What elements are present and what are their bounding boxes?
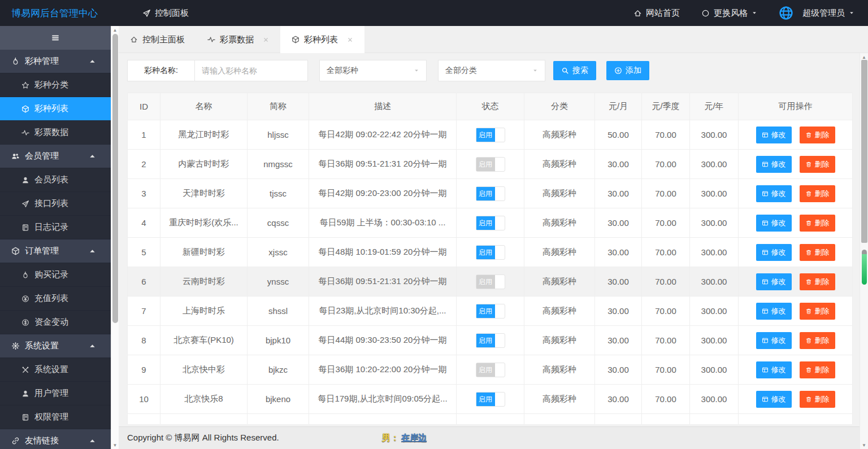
cell-price-month: 30.00 (595, 297, 642, 326)
search-button[interactable]: 搜索 (553, 61, 596, 80)
sidebar-item-0-1[interactable]: 彩种列表 (0, 97, 111, 121)
app-title: 博易网后台管理中心 (0, 7, 111, 20)
modify-button[interactable]: 修改 (756, 273, 792, 290)
cell-price-year: 300.00 (690, 150, 739, 179)
scroll-down-icon[interactable]: ▼ (111, 441, 119, 449)
delete-button[interactable]: 删除 (800, 127, 835, 143)
cell-abbr: xjssc (248, 238, 309, 267)
sidebar-item-3-0[interactable]: 系统设置 (0, 358, 111, 382)
sidebar-scrollbar[interactable]: ▲ ▼ (111, 26, 119, 449)
cell-status: 启用 (457, 238, 524, 267)
delete-button[interactable]: 删除 (800, 244, 835, 261)
content-scrollbar-thumb[interactable] (861, 60, 867, 243)
sidebar-collapse-button[interactable] (0, 26, 111, 50)
enable-toggle[interactable]: 启用 (476, 363, 505, 377)
modify-button[interactable]: 修改 (756, 215, 792, 232)
tab-1[interactable]: 彩票数据 (196, 26, 280, 53)
cell-abbr: shssl (248, 297, 309, 326)
toggle-label: 启用 (476, 363, 495, 377)
modify-button[interactable]: 修改 (756, 332, 792, 349)
category-select[interactable]: 全部分类 (438, 60, 545, 81)
close-icon[interactable] (263, 37, 269, 43)
sidebar-group-1[interactable]: 会员管理 (0, 145, 111, 168)
sidebar-item-1-2[interactable]: 日志记录 (0, 216, 111, 239)
lottery-name-input[interactable] (195, 60, 308, 81)
content-scrollbar[interactable]: ▲ ▼ (860, 53, 868, 449)
modify-button[interactable]: 修改 (756, 303, 792, 320)
sidebar-item-1-1[interactable]: 接口列表 (0, 192, 111, 216)
sidebar-item-3-1[interactable]: 用户管理 (0, 382, 111, 406)
add-button[interactable]: 添加 (606, 61, 649, 80)
caret-up-icon (88, 152, 97, 160)
modify-button[interactable]: 修改 (756, 185, 792, 202)
delete-button[interactable]: 删除 (800, 156, 835, 173)
sidebar-item-0-0[interactable]: 彩种分类 (0, 73, 111, 97)
topnav-change-theme[interactable]: 更换风格 (701, 8, 757, 19)
modify-button[interactable]: 修改 (756, 244, 792, 261)
sidebar-group-2[interactable]: 订单管理 (0, 239, 111, 263)
delete-button[interactable]: 删除 (800, 361, 835, 378)
enable-toggle[interactable]: 启用 (476, 245, 505, 260)
close-icon[interactable] (347, 37, 353, 43)
sidebar-item-3-2[interactable]: 权限管理 (0, 406, 111, 429)
topnav-control-panel[interactable]: 控制面板 (142, 8, 189, 19)
enable-toggle[interactable]: 启用 (476, 392, 505, 407)
enable-toggle[interactable]: 启用 (476, 157, 505, 172)
sidebar-item-2-0[interactable]: 购买记录 (0, 263, 111, 287)
sidebar-group-0[interactable]: 彩种管理 (0, 50, 111, 73)
cell-description: 每日179期,从北京时间09:05分起... (309, 385, 457, 414)
table-row: 10北京快乐8bjkeno每日179期,从北京时间09:05分起...启用高频彩… (128, 385, 853, 414)
enable-toggle[interactable]: 启用 (476, 333, 505, 348)
delete-button[interactable]: 删除 (800, 273, 835, 290)
topnav-site-home[interactable]: 网站首页 (633, 8, 680, 19)
cube-icon (11, 247, 20, 255)
sidebar-group-3[interactable]: 系统设置 (0, 334, 111, 358)
delete-button-label: 删除 (815, 365, 830, 375)
cell-price-quarter: 70.00 (642, 179, 690, 208)
cell-price-month: 30.00 (595, 238, 642, 267)
sidebar-group-4[interactable]: 友情链接 (0, 429, 111, 449)
cell-description: 每日36期 09:51-21:31 20分钟一期 (309, 267, 457, 297)
sidebar-scrollbar-thumb[interactable] (112, 34, 118, 323)
enable-toggle[interactable]: 启用 (476, 186, 505, 201)
sidebar-item-2-1[interactable]: 充值列表 (0, 287, 111, 311)
scroll-down-icon[interactable]: ▼ (860, 441, 868, 449)
trash-icon (805, 337, 812, 344)
sidebar-item-1-0[interactable]: 会员列表 (0, 168, 111, 192)
modify-button[interactable]: 修改 (756, 361, 792, 378)
cell-name: 北京快乐8 (160, 385, 248, 414)
enable-toggle[interactable]: 启用 (476, 274, 505, 289)
delete-button-label: 删除 (815, 218, 830, 228)
scroll-up-icon[interactable]: ▲ (111, 26, 119, 34)
enable-toggle[interactable]: 启用 (476, 304, 505, 319)
cell-description: 每日36期 10:20-22:00 20分钟一期 (309, 355, 457, 385)
pulse-icon (21, 129, 29, 137)
tab-label: 彩种列表 (304, 34, 338, 45)
enable-toggle[interactable]: 启用 (476, 128, 505, 142)
tab-2[interactable]: 彩种列表 (280, 26, 364, 53)
lottery-type-select-value: 全部彩种 (327, 66, 414, 76)
modify-button[interactable]: 修改 (756, 156, 792, 173)
delete-button[interactable]: 删除 (800, 185, 835, 202)
toggle-label: 启用 (476, 246, 495, 259)
cell-category: 高频彩种 (524, 120, 595, 150)
delete-button[interactable]: 删除 (800, 303, 835, 320)
category-select-value: 全部分类 (445, 66, 532, 76)
notebook-icon (21, 224, 29, 232)
modify-button[interactable]: 修改 (756, 127, 792, 143)
delete-button[interactable]: 删除 (800, 391, 835, 408)
lottery-type-select[interactable]: 全部彩种 (319, 60, 427, 81)
home-icon (633, 9, 642, 18)
sidebar-item-0-2[interactable]: 彩票数据 (0, 121, 111, 145)
trash-icon (805, 220, 812, 226)
cell-price-quarter: 70.00 (642, 297, 690, 326)
nickname-link[interactable]: 在岸边 (401, 433, 427, 443)
tab-0[interactable]: 控制主面板 (119, 26, 196, 53)
green-slider-handle[interactable] (862, 254, 867, 285)
enable-toggle[interactable]: 启用 (476, 216, 505, 230)
modify-button[interactable]: 修改 (756, 391, 792, 408)
delete-button[interactable]: 删除 (800, 332, 835, 349)
delete-button[interactable]: 删除 (800, 215, 835, 232)
sidebar-item-2-2[interactable]: 资金变动 (0, 311, 111, 334)
topnav-user-menu[interactable]: 超级管理员 (802, 8, 854, 19)
